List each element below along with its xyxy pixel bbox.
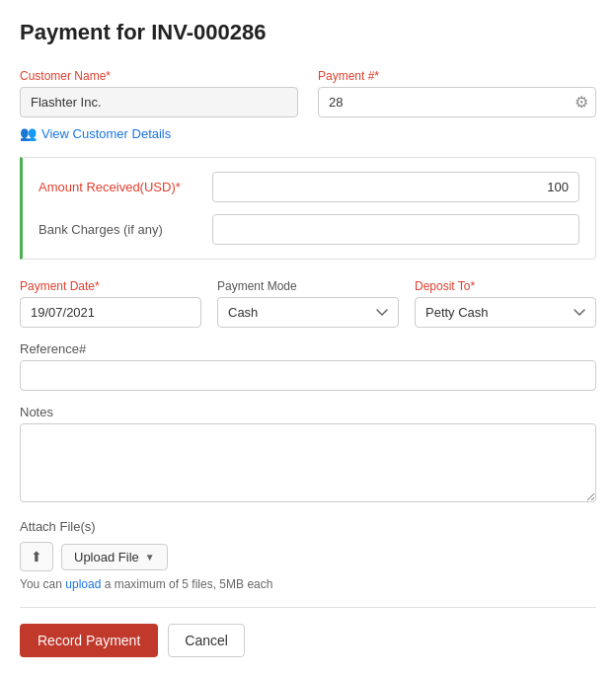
customer-icon: 👥 (20, 125, 37, 141)
dropdown-arrow-icon: ▼ (145, 552, 155, 563)
upload-icon-box[interactable]: ⬆ (20, 542, 53, 571)
reference-input[interactable] (20, 360, 596, 391)
reference-group: Reference# (20, 341, 596, 391)
customer-name-input[interactable] (20, 87, 298, 117)
payment-mode-select[interactable]: Cash Check Bank Transfer Credit Card (217, 297, 399, 328)
settings-icon[interactable]: ⚙ (575, 93, 588, 112)
divider (20, 607, 596, 608)
upload-container: ⬆ Upload File ▼ (20, 542, 596, 571)
payment-mode-label: Payment Mode (217, 279, 399, 293)
page-title: Payment for INV-000286 (20, 20, 596, 45)
amount-section: Amount Received(USD)* Bank Charges (if a… (20, 157, 596, 260)
file-hint-suffix: a maximum of 5 files, 5MB each (105, 577, 273, 591)
customer-name-label: Customer Name* (20, 69, 298, 83)
date-mode-deposit-row: Payment Date* Payment Mode Cash Check Ba… (20, 279, 596, 328)
bank-charges-label: Bank Charges (if any) (38, 222, 196, 237)
bank-charges-input[interactable] (212, 214, 579, 245)
amount-label: Amount Received(USD)* (38, 180, 196, 194)
file-hint: You can upload a maximum of 5 files, 5MB… (20, 577, 596, 591)
payment-num-input[interactable] (318, 87, 596, 117)
payment-mode-group: Payment Mode Cash Check Bank Transfer Cr… (217, 279, 399, 328)
record-payment-button[interactable]: Record Payment (20, 624, 158, 657)
notes-label: Notes (20, 405, 596, 419)
upload-link[interactable]: upload (65, 577, 101, 591)
view-customer-label: View Customer Details (41, 126, 171, 141)
attach-section: Attach File(s) ⬆ Upload File ▼ You can u… (20, 519, 596, 591)
upload-file-button[interactable]: Upload File ▼ (61, 544, 168, 570)
notes-group: Notes (20, 405, 596, 505)
upload-file-label: Upload File (74, 550, 139, 564)
view-customer-link[interactable]: 👥 View Customer Details (20, 125, 596, 141)
payment-date-label: Payment Date* (20, 279, 201, 293)
payment-date-group: Payment Date* (20, 279, 201, 328)
cancel-button[interactable]: Cancel (168, 624, 245, 657)
actions-row: Record Payment Cancel (20, 624, 596, 657)
deposit-to-label: Deposit To* (415, 279, 596, 293)
attach-label: Attach File(s) (20, 519, 596, 534)
reference-label: Reference# (20, 341, 596, 356)
payment-date-input[interactable] (20, 297, 201, 328)
payment-num-label: Payment #* (318, 69, 596, 83)
deposit-to-select[interactable]: Petty Cash Cash Petty Bank Account (415, 297, 596, 328)
amount-input[interactable] (212, 172, 579, 202)
file-hint-prefix: You can (20, 577, 62, 591)
notes-textarea[interactable] (20, 423, 596, 502)
deposit-to-group: Deposit To* Petty Cash Cash Petty Bank A… (415, 279, 596, 328)
upload-icon: ⬆ (31, 549, 42, 564)
